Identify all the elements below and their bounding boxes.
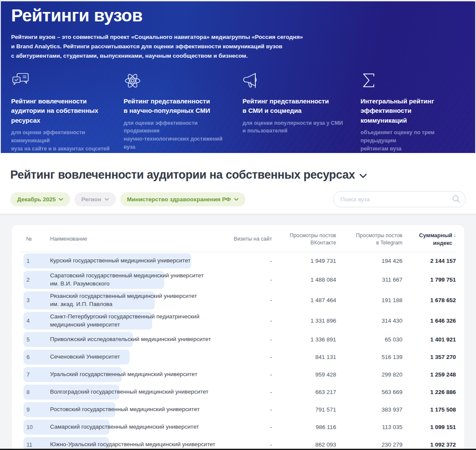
tg-views-cell: 113 035: [336, 424, 402, 430]
card-description: для оценки эффективности коммуникаций ву…: [11, 129, 112, 153]
vk-views-cell: 791 571: [272, 406, 336, 413]
table-band: № Наименование Визиты на сайт Просмотры …: [0, 214, 476, 450]
sum-index-cell: 1 799 751: [402, 276, 456, 283]
university-name: Южно-Уральский государственный медицинск…: [39, 441, 225, 449]
table-row[interactable]: 10Самарский государственный медицинский …: [20, 418, 456, 436]
table-row[interactable]: 7Уральский государственный медицинский у…: [20, 366, 456, 383]
sum-index-cell: 1 099 151: [402, 424, 456, 430]
university-name: Самарский государственный медицинский ун…: [39, 423, 225, 431]
page: Рейтинги вузов Рейтинги вузов – это совм…: [0, 0, 476, 450]
tg-views-cell: 516 139: [336, 354, 402, 360]
table-row[interactable]: 4Санкт-Петербургский государственный пед…: [20, 311, 456, 331]
search-icon: [452, 195, 460, 205]
filter-pill[interactable]: Министерство здравоохранения РФ: [120, 192, 245, 206]
visits-cell: -: [225, 297, 272, 303]
table-row[interactable]: 2Саратовский государственный медицинский…: [20, 270, 456, 290]
vk-views-cell: 1 487 464: [272, 297, 336, 303]
card-title: Рейтинг представленности в научно-популя…: [124, 97, 231, 116]
vk-views-cell: 959 428: [272, 371, 336, 378]
table-row[interactable]: 3Рязанский государственный медицинский у…: [20, 290, 456, 311]
sum-index-cell: 1 646 326: [402, 318, 456, 324]
table-row[interactable]: 1Курский государственный медицинский уни…: [20, 252, 456, 270]
card-description: для оценки эффективности продвижения нау…: [124, 119, 231, 151]
hero-description: Рейтинги вузов – это совместный проект «…: [11, 32, 465, 61]
column-header-rank: №: [20, 235, 39, 243]
table-row[interactable]: 11Южно-Уральский государственный медицин…: [20, 436, 456, 450]
sum-index-cell: 1 357 270: [402, 354, 456, 360]
rank-cell: 8: [20, 389, 39, 395]
sum-index-cell: 1 092 372: [402, 441, 456, 448]
megaphone-icon: [242, 72, 349, 90]
university-name: Саратовский государственный медицинский …: [39, 272, 225, 288]
card-title: Рейтинг вовлеченности аудитории на собст…: [11, 97, 112, 126]
rank-cell: 1: [20, 258, 39, 264]
chevron-down-icon: [59, 198, 63, 201]
vk-views-cell: 1 949 731: [272, 258, 336, 264]
sigma-icon: [361, 72, 453, 90]
rating-section: Рейтинг вовлеченности аудитории на собст…: [0, 153, 476, 215]
tg-views-cell: 563 669: [336, 389, 402, 395]
visits-cell: -: [225, 276, 272, 283]
column-header-visits: Визиты на сайт: [225, 235, 272, 243]
column-header-telegram: Просмотры постов в Telegram: [336, 232, 402, 247]
table-row[interactable]: 9Ростовский государственный медицинский …: [20, 401, 456, 418]
rating-card[interactable]: Рейтинг представленности в СМИ и соцмеди…: [242, 72, 361, 153]
rank-cell: 2: [20, 276, 39, 283]
vk-views-cell: 862 093: [272, 441, 336, 448]
university-name: Уральский государственный медицинский ун…: [39, 371, 225, 379]
tg-views-cell: 311 667: [336, 276, 402, 283]
search-box: [333, 191, 466, 207]
tg-views-cell: 383 937: [336, 406, 402, 413]
tg-views-cell: 314 430: [336, 318, 402, 324]
sum-index-cell: 1 678 652: [402, 297, 456, 303]
rank-cell: 10: [20, 424, 39, 430]
visits-cell: -: [225, 354, 272, 360]
card-title: Интегральный рейтинг эффективности комму…: [361, 97, 453, 126]
vk-views-cell: 1 488 084: [272, 276, 336, 283]
sum-index-cell: 1 175 508: [402, 406, 456, 413]
filter-label: Министерство здравоохранения РФ: [127, 196, 231, 203]
column-header-name: Наименование: [39, 235, 225, 243]
filters-row: Декабрь 2025РегионМинистерство здравоохр…: [10, 191, 466, 207]
filter-pills: Декабрь 2025РегионМинистерство здравоохр…: [10, 192, 250, 206]
rank-cell: 4: [20, 318, 39, 324]
filter-pill[interactable]: Декабрь 2025: [10, 192, 70, 206]
visits-cell: -: [225, 389, 272, 395]
visits-cell: -: [225, 441, 272, 448]
sum-index-cell: 1 226 886: [402, 389, 456, 395]
rating-cards: Рейтинг вовлеченности аудитории на собст…: [11, 72, 465, 153]
visits-cell: -: [225, 318, 272, 324]
chevron-down-icon: [359, 172, 367, 180]
tg-views-cell: 194 426: [336, 258, 402, 264]
vk-views-cell: 841 131: [272, 354, 336, 360]
tg-views-cell: 299 820: [336, 371, 402, 378]
chevron-down-icon: [234, 198, 239, 201]
university-name: Волгоградский государственный медицински…: [39, 388, 225, 396]
vk-views-cell: 1 331 896: [272, 318, 336, 324]
rating-card[interactable]: Рейтинг представленности в научно-популя…: [124, 72, 242, 153]
rank-cell: 9: [20, 406, 39, 413]
section-title-dropdown[interactable]: Рейтинг вовлеченности аудитории на собст…: [10, 168, 466, 182]
rank-cell: 6: [20, 354, 39, 360]
university-name: Рязанский государственный медицинский ун…: [39, 292, 225, 309]
rating-card[interactable]: Рейтинг вовлеченности аудитории на собст…: [11, 72, 124, 153]
table-row[interactable]: 8Волгоградский государственный медицинск…: [20, 383, 456, 401]
filter-pill[interactable]: Регион: [74, 192, 116, 206]
vk-views-cell: 986 116: [272, 424, 336, 430]
rank-cell: 7: [20, 371, 39, 378]
visits-cell: -: [225, 258, 272, 264]
visits-cell: -: [225, 371, 272, 378]
column-header-sum-index[interactable]: Суммарный индекс ↓: [402, 232, 456, 247]
sum-index-cell: 1 259 248: [402, 371, 456, 378]
search-input[interactable]: [333, 191, 466, 207]
filter-label: Регион: [81, 196, 101, 203]
atom-icon: [124, 72, 231, 90]
rank-cell: 11: [20, 441, 39, 448]
table-header: № Наименование Визиты на сайт Просмотры …: [20, 225, 456, 252]
card-description: для оценки популярности вуза у СМИ и пол…: [242, 119, 349, 135]
rating-table: № Наименование Визиты на сайт Просмотры …: [11, 224, 465, 450]
table-row[interactable]: 5Приволжский исследовательский медицинск…: [20, 331, 456, 348]
table-row[interactable]: 6Сеченовский Университет-841 131516 1391…: [20, 348, 456, 366]
rating-card[interactable]: Интегральный рейтинг эффективности комму…: [361, 72, 465, 153]
vk-views-cell: 1 336 891: [272, 336, 336, 343]
